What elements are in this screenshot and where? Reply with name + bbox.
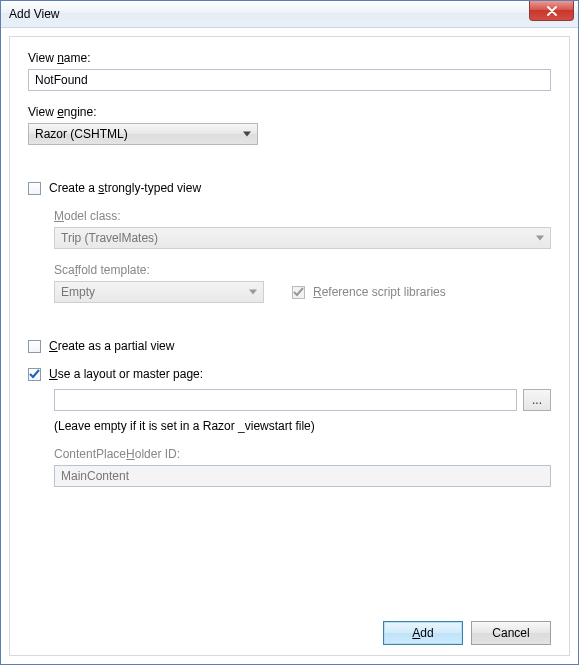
view-name-input[interactable] [28, 69, 551, 91]
use-layout-label: Use a layout or master page: [49, 367, 203, 381]
partial-view-label: Create as a partial view [49, 339, 174, 353]
add-view-dialog: Add View View name: View engine: [0, 0, 579, 665]
dialog-footer: Add Cancel [28, 609, 551, 645]
layout-path-input[interactable] [54, 389, 517, 411]
chevron-down-icon [536, 236, 544, 241]
view-name-label: View name: [28, 51, 551, 65]
use-layout-checkbox[interactable] [28, 368, 41, 381]
reference-libs-label: Reference script libraries [313, 285, 446, 299]
view-engine-group: View engine: Razor (CSHTML) [28, 105, 551, 145]
content-panel: View name: View engine: Razor (CSHTML) [9, 36, 570, 656]
scaffold-label: Scaffold template: [54, 263, 551, 277]
chevron-down-icon [249, 290, 257, 295]
close-button[interactable] [529, 1, 574, 21]
partial-view-row: Create as a partial view [28, 339, 551, 353]
close-icon [546, 6, 558, 16]
scaffold-combo: Empty [54, 281, 264, 303]
reference-libs-row: Reference script libraries [292, 285, 446, 299]
view-engine-combo[interactable]: Razor (CSHTML) [28, 123, 258, 145]
cph-label: ContentPlaceHolder ID: [54, 447, 551, 461]
view-engine-value: Razor (CSHTML) [35, 127, 128, 141]
model-class-combo: Trip (TravelMates) [54, 227, 551, 249]
window-buttons [529, 1, 578, 27]
scaffold-value: Empty [61, 285, 95, 299]
partial-view-checkbox[interactable] [28, 340, 41, 353]
title-bar: Add View [1, 1, 578, 28]
layout-panel: ... (Leave empty if it is set in a Razor… [54, 381, 551, 487]
use-layout-row: Use a layout or master page: [28, 367, 551, 381]
strongly-typed-panel: Model class: Trip (TravelMates) Scaffold… [54, 209, 551, 317]
strongly-typed-label: Create a strongly-typed view [49, 181, 201, 195]
view-engine-label: View engine: [28, 105, 551, 119]
browse-button[interactable]: ... [523, 389, 551, 411]
window-title: Add View [9, 7, 59, 21]
model-class-label: Model class: [54, 209, 551, 223]
strongly-typed-checkbox[interactable] [28, 182, 41, 195]
view-name-group: View name: [28, 51, 551, 91]
dialog-body: View name: View engine: Razor (CSHTML) [1, 28, 578, 664]
model-class-value: Trip (TravelMates) [61, 231, 158, 245]
cph-input [54, 465, 551, 487]
add-button[interactable]: Add [383, 621, 463, 645]
strongly-typed-row: Create a strongly-typed view [28, 181, 551, 195]
cancel-button[interactable]: Cancel [471, 621, 551, 645]
reference-libs-checkbox [292, 286, 305, 299]
layout-hint: (Leave empty if it is set in a Razor _vi… [54, 419, 551, 433]
chevron-down-icon [243, 132, 251, 137]
